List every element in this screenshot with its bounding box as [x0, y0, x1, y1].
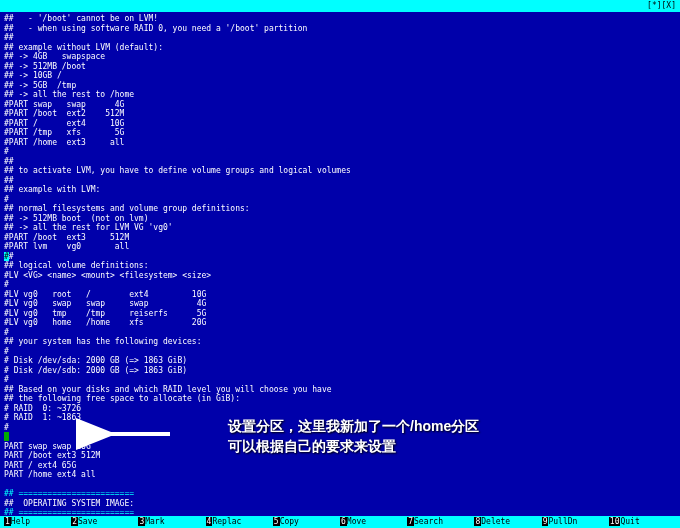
annotation-line1: 设置分区，这里我新加了一个/home分区: [228, 418, 479, 436]
annotation-line2: 可以根据自己的要求来设置: [228, 438, 396, 456]
terminal-window: install.conf [-M--] 1 L:[ 60+25 93/143] …: [0, 0, 680, 528]
